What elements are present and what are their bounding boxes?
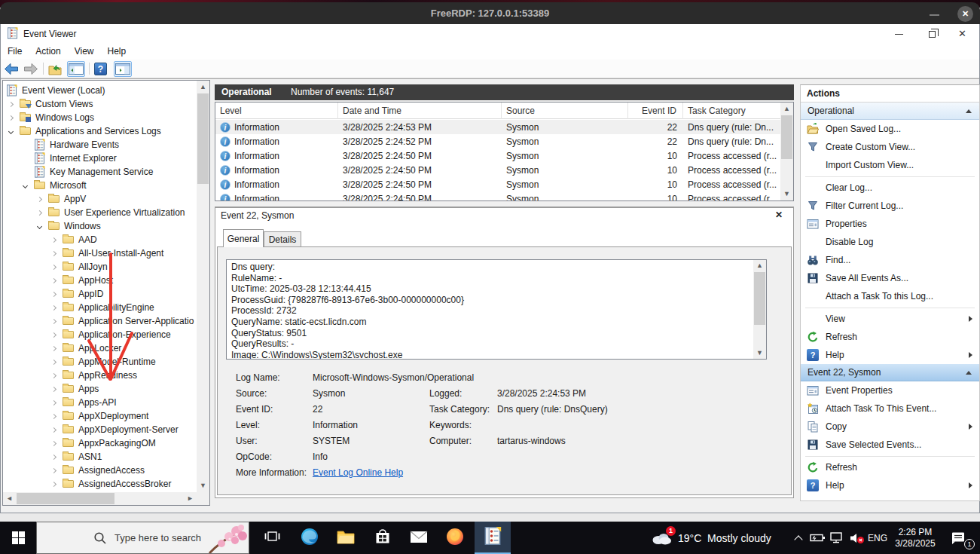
scroll-up-icon[interactable]: ▲: [753, 260, 766, 271]
window-restore-button[interactable]: [915, 24, 949, 44]
clock[interactable]: 2:26 PM3/28/2025: [890, 522, 940, 554]
tree-item-windows[interactable]: Windows: [3, 219, 197, 233]
chevron-collapsed-icon[interactable]: [37, 196, 42, 201]
chevron-collapsed-icon[interactable]: [51, 399, 56, 405]
show-console-tree-icon[interactable]: [67, 61, 85, 77]
action-create-custom-view[interactable]: Create Custom View...: [801, 138, 979, 156]
event-row[interactable]: iInformation3/28/2025 2:24:50 PMSysmon10…: [215, 177, 780, 191]
chevron-collapsed-icon[interactable]: [51, 250, 56, 256]
tree-item-appv[interactable]: AppV: [3, 192, 197, 206]
column-header-source[interactable]: Source: [502, 103, 628, 119]
actions-section-event-22-sysmon[interactable]: Event 22, Sysmon: [801, 364, 979, 381]
tree-item-appreadiness[interactable]: AppReadiness: [3, 369, 197, 382]
tree-item-applications-and-services-logs[interactable]: Applications and Services Logs: [3, 124, 197, 138]
tree-item-application-experience[interactable]: Application-Experience: [3, 328, 197, 341]
action-help[interactable]: ?Help: [801, 476, 979, 494]
tree-item-assignedaccessbroker[interactable]: AssignedAccessBroker: [3, 477, 197, 491]
tray-expand-button[interactable]: [789, 522, 808, 554]
chevron-collapsed-icon[interactable]: [8, 101, 14, 106]
tree-item-asn1[interactable]: ASN1: [3, 450, 197, 464]
event-row[interactable]: iInformation3/28/2025 2:24:53 PMSysmon22…: [215, 120, 780, 134]
chevron-collapsed-icon[interactable]: [51, 467, 56, 473]
event-list-scrollbar-thumb[interactable]: [781, 115, 792, 159]
scroll-up-icon[interactable]: ▲: [197, 81, 209, 93]
action-save-all-events-as[interactable]: Save All Events As...: [801, 269, 979, 287]
chevron-collapsed-icon[interactable]: [51, 305, 56, 310]
scroll-left-icon[interactable]: ◄: [3, 492, 16, 505]
taskbar-task-view-button[interactable]: [254, 522, 290, 554]
chevron-collapsed-icon[interactable]: [51, 291, 56, 296]
chevron-collapsed-icon[interactable]: [8, 115, 14, 120]
action-center-button[interactable]: 1: [943, 522, 976, 554]
back-icon[interactable]: [4, 61, 19, 77]
chevron-collapsed-icon[interactable]: [51, 427, 56, 432]
menu-action[interactable]: Action: [29, 44, 67, 59]
chevron-collapsed-icon[interactable]: [51, 332, 56, 337]
tree-item-event-viewer-local[interactable]: Event Viewer (Local): [3, 84, 197, 97]
tree-vertical-scrollbar[interactable]: ▲ ▼: [197, 81, 209, 492]
action-event-properties[interactable]: Event Properties: [801, 381, 979, 399]
tree-item-appxpackagingom[interactable]: AppxPackagingOM: [3, 436, 197, 450]
forward-icon[interactable]: [23, 61, 38, 77]
taskbar-search-box[interactable]: Type here to search: [36, 522, 249, 554]
chevron-collapsed-icon[interactable]: [51, 359, 56, 364]
scroll-down-icon[interactable]: ▼: [780, 188, 793, 200]
chevron-collapsed-icon[interactable]: [51, 318, 56, 323]
event-message-box[interactable]: Dns query: RuleName: - UtcTime: 2025-03-…: [226, 259, 767, 360]
event-row[interactable]: iInformation3/28/2025 2:24:50 PMSysmon10…: [215, 191, 780, 200]
action-find[interactable]: Find...: [801, 251, 979, 269]
action-clear-log[interactable]: Clear Log...: [801, 179, 979, 197]
taskbar-mail-button[interactable]: [401, 522, 437, 554]
action-copy[interactable]: Copy: [801, 418, 979, 436]
tree-item-hardware-events[interactable]: Hardware Events: [3, 138, 197, 152]
action-open-saved-log[interactable]: Open Saved Log...: [801, 120, 979, 138]
event-row[interactable]: iInformation3/28/2025 2:24:52 PMSysmon22…: [215, 134, 780, 148]
menu-help[interactable]: Help: [101, 44, 133, 59]
tree-item-apps-api[interactable]: Apps-API: [3, 396, 197, 409]
chevron-collapsed-icon[interactable]: [51, 372, 56, 378]
weather-text[interactable]: 19°C Mostly cloudy: [678, 522, 787, 554]
message-scrollbar-thumb[interactable]: [754, 272, 765, 325]
action-help[interactable]: ?Help: [801, 346, 979, 364]
tree-item-windows-logs[interactable]: Windows Logs: [3, 111, 197, 124]
tab-general[interactable]: General: [223, 229, 264, 247]
chevron-collapsed-icon[interactable]: [51, 264, 56, 269]
chevron-expanded-icon[interactable]: [8, 128, 14, 133]
tree-item-application-server-applicatio[interactable]: Application Server-Applicatio: [3, 314, 197, 328]
tree-item-aad[interactable]: AAD: [3, 233, 197, 246]
taskbar-file-explorer-button[interactable]: [328, 522, 364, 554]
action-disable-log[interactable]: Disable Log: [801, 233, 979, 251]
export-log-icon[interactable]: [48, 61, 62, 77]
taskbar-edge-button[interactable]: [292, 522, 328, 554]
weather-icon[interactable]: 1: [645, 522, 678, 554]
chevron-collapsed-icon[interactable]: [51, 481, 56, 486]
event-row[interactable]: iInformation3/28/2025 2:24:50 PMSysmon10…: [215, 163, 780, 177]
tree-item-assignedaccess[interactable]: AssignedAccess: [3, 464, 197, 477]
event-list-scrollbar[interactable]: ▲ ▼: [780, 103, 793, 200]
tree-item-appxdeployment-server[interactable]: AppXDeployment-Server: [3, 423, 197, 436]
tree-item-appmodel-runtime[interactable]: AppModel-Runtime: [3, 355, 197, 369]
column-header-event-id[interactable]: Event ID: [628, 103, 683, 119]
tree-item-apps[interactable]: Apps: [3, 382, 197, 396]
chevron-collapsed-icon[interactable]: [51, 386, 56, 391]
action-view[interactable]: View: [801, 310, 979, 328]
action-properties[interactable]: Properties: [801, 215, 979, 233]
tree-item-alljoyn[interactable]: AllJoyn: [3, 260, 197, 274]
tree-hscrollbar-thumb[interactable]: [17, 493, 114, 504]
chevron-collapsed-icon[interactable]: [51, 277, 56, 283]
scroll-down-icon[interactable]: ▼: [753, 347, 766, 359]
tree-item-user-experience-virtualization[interactable]: User Experience Virtualization: [3, 206, 197, 219]
scroll-down-icon[interactable]: ▼: [197, 479, 209, 492]
chevron-collapsed-icon[interactable]: [51, 440, 56, 445]
action-refresh[interactable]: Refresh: [801, 328, 979, 346]
column-header-task-category[interactable]: Task Category: [683, 103, 782, 119]
action-refresh[interactable]: Refresh: [801, 458, 979, 476]
action-save-selected-events[interactable]: Save Selected Events...: [801, 436, 979, 454]
window-close-button[interactable]: ✕: [945, 24, 979, 44]
chevron-expanded-icon[interactable]: [23, 182, 28, 188]
tree-item-internet-explorer[interactable]: Internet Explorer: [3, 152, 197, 165]
tree-item-apphost[interactable]: AppHost: [3, 274, 197, 287]
chevron-collapsed-icon[interactable]: [51, 345, 56, 350]
chevron-collapsed-icon[interactable]: [51, 413, 56, 418]
menu-file[interactable]: File: [1, 44, 29, 59]
